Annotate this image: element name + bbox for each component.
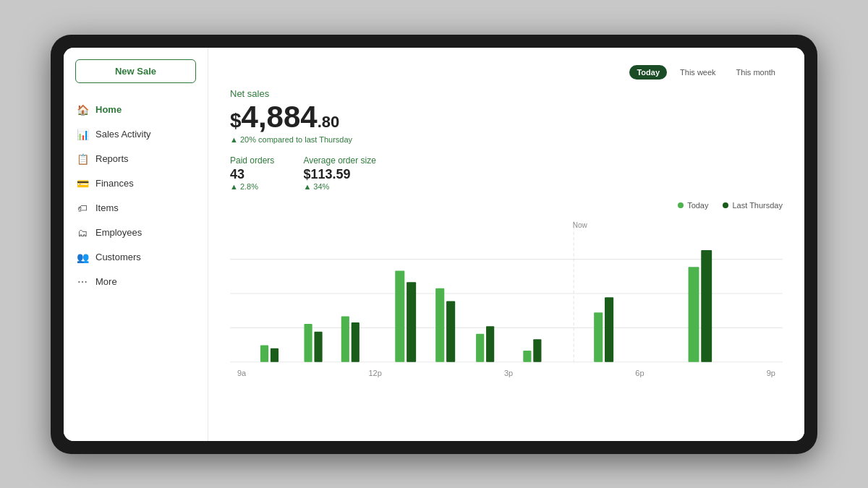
svg-rect-8 (314, 331, 322, 361)
legend-last-thursday-dot (723, 202, 728, 208)
paid-orders-stat: Paid orders 43 ▲ 2.8% (230, 155, 274, 191)
sidebar: New Sale 🏠Home📊Sales Activity📋Reports💳Fi… (64, 48, 208, 441)
sidebar-label-items: Items (95, 202, 119, 213)
sidebar-item-customers[interactable]: 👥Customers (64, 245, 208, 270)
sales-amount: $ 4,884 .80 (230, 102, 783, 132)
filter-today[interactable]: Today (629, 65, 667, 80)
home-icon: 🏠 (77, 104, 88, 116)
svg-rect-13 (435, 288, 444, 361)
items-icon: 🏷 (77, 202, 88, 214)
now-label: Now (573, 221, 587, 229)
svg-rect-5 (260, 345, 268, 361)
dollar-sign: $ (230, 109, 242, 132)
sidebar-label-customers: Customers (95, 252, 141, 262)
sidebar-item-items[interactable]: 🏷Items (64, 196, 208, 221)
paid-orders-value: 43 (230, 167, 274, 182)
sidebar-label-more: More (95, 276, 117, 287)
x-label-12p: 12p (368, 369, 381, 377)
paid-orders-change: ▲ 2.8% (230, 182, 274, 191)
amount-main: 4,884 (242, 102, 318, 132)
header-row: Today This week This month (230, 65, 783, 80)
legend-today-label: Today (687, 201, 708, 210)
svg-rect-19 (594, 312, 603, 361)
sidebar-item-sales-activity[interactable]: 📊Sales Activity (64, 122, 208, 147)
main-content: Today This week This month Net sales $ 4… (208, 48, 804, 441)
chart-legend: Today Last Thursday (230, 201, 783, 210)
legend-last-thursday-label: Last Thursday (732, 201, 783, 210)
net-sales-label: Net sales (230, 88, 783, 99)
x-label-9p: 9p (767, 369, 775, 377)
x-label-9a: 9a (237, 369, 246, 377)
avg-order-label: Average order size (303, 155, 376, 166)
svg-rect-15 (476, 333, 484, 361)
x-labels: 9a 12p 3p 6p 9p (230, 369, 783, 377)
svg-rect-14 (446, 301, 455, 361)
legend-today: Today (678, 201, 708, 210)
svg-rect-16 (486, 326, 494, 361)
svg-rect-7 (304, 324, 312, 362)
filter-this-week[interactable]: This week (673, 65, 723, 80)
filter-this-month[interactable]: This month (729, 65, 783, 80)
chart-svg (230, 221, 783, 366)
time-filters: Today This week This month (629, 65, 783, 80)
sidebar-label-employees: Employees (95, 227, 142, 238)
x-label-3p: 3p (504, 369, 513, 377)
svg-rect-20 (605, 297, 613, 361)
employees-icon: 🗂 (77, 227, 88, 239)
x-label-6p: 6p (635, 369, 644, 377)
avg-order-change: ▲ 34% (303, 182, 376, 191)
nav-menu: 🏠Home📊Sales Activity📋Reports💳Finances🏷It… (64, 98, 208, 294)
svg-rect-6 (271, 348, 278, 361)
sidebar-label-home: Home (95, 104, 122, 115)
avg-order-value: $113.59 (303, 167, 376, 182)
sidebar-item-reports[interactable]: 📋Reports (64, 147, 208, 171)
svg-rect-21 (689, 267, 699, 362)
finances-icon: 💳 (77, 178, 88, 189)
sidebar-label-finances: Finances (95, 178, 134, 189)
customers-icon: 👥 (77, 252, 88, 263)
svg-rect-9 (341, 316, 349, 361)
legend-today-dot (678, 202, 684, 208)
amount-cents: .80 (318, 113, 340, 132)
reports-icon: 📋 (77, 153, 88, 165)
new-sale-button[interactable]: New Sale (75, 59, 196, 83)
sidebar-label-reports: Reports (95, 153, 129, 164)
sidebar-item-more[interactable]: ⋯More (64, 270, 208, 294)
svg-rect-12 (407, 282, 416, 362)
sales-activity-icon: 📊 (77, 129, 88, 140)
svg-rect-10 (352, 322, 359, 362)
change-badge: ▲ 20% compared to last Thursday (230, 135, 783, 144)
tablet-frame: New Sale 🏠Home📊Sales Activity📋Reports💳Fi… (51, 35, 817, 454)
chart-container: Now (230, 221, 783, 366)
svg-rect-18 (533, 339, 541, 362)
stats-row: Paid orders 43 ▲ 2.8% Average order size… (230, 155, 783, 191)
sidebar-label-sales-activity: Sales Activity (95, 129, 151, 140)
tablet-screen: New Sale 🏠Home📊Sales Activity📋Reports💳Fi… (64, 48, 804, 441)
paid-orders-label: Paid orders (230, 155, 274, 166)
svg-rect-22 (701, 250, 712, 362)
sidebar-item-home[interactable]: 🏠Home (64, 98, 208, 122)
svg-rect-11 (395, 270, 404, 361)
more-icon: ⋯ (77, 276, 88, 288)
sidebar-item-finances[interactable]: 💳Finances (64, 171, 208, 196)
avg-order-stat: Average order size $113.59 ▲ 34% (303, 155, 376, 191)
legend-last-thursday: Last Thursday (723, 201, 783, 210)
svg-rect-17 (523, 350, 531, 361)
sidebar-item-employees[interactable]: 🗂Employees (64, 221, 208, 245)
